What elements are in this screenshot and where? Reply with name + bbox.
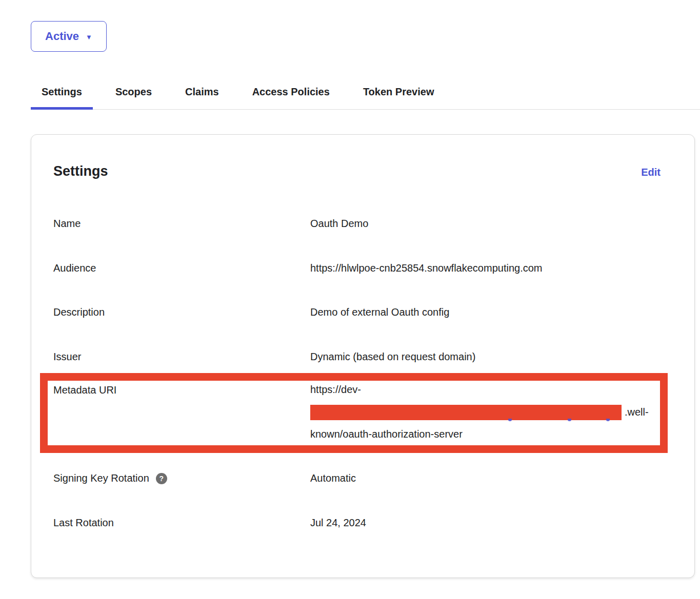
row-issuer: Issuer Dynamic (based on request domain) bbox=[53, 351, 672, 363]
edit-button[interactable]: Edit bbox=[641, 167, 661, 178]
field-value-name: Oauth Demo bbox=[310, 218, 368, 230]
field-label-last-rotation: Last Rotation bbox=[53, 517, 310, 529]
field-label-signing-key-rotation: Signing Key Rotation ? bbox=[53, 472, 310, 484]
field-value-last-rotation: Jul 24, 2024 bbox=[310, 517, 366, 529]
field-value-description: Demo of external Oauth config bbox=[310, 306, 449, 318]
status-label: Active bbox=[45, 30, 79, 43]
field-label-issuer: Issuer bbox=[53, 351, 310, 363]
field-label-audience: Audience bbox=[53, 262, 310, 274]
field-value-issuer: Dynamic (based on request domain) bbox=[310, 351, 475, 363]
caret-down-icon: ▼ bbox=[86, 34, 92, 40]
row-description: Description Demo of external Oauth confi… bbox=[53, 306, 672, 318]
settings-card: Settings Edit Name Oauth Demo Audience h… bbox=[31, 134, 695, 578]
redacted-text-descender bbox=[606, 419, 610, 421]
redacted-text-descender bbox=[568, 419, 571, 421]
tab-access-policies[interactable]: Access Policies bbox=[242, 81, 341, 109]
redacted-text-descender bbox=[508, 419, 512, 421]
tabbar: Settings Scopes Claims Access Policies T… bbox=[31, 81, 700, 110]
metadata-uri-line1: https://dev- bbox=[310, 379, 649, 401]
field-value-signing-key-rotation: Automatic bbox=[310, 472, 356, 484]
row-audience: Audience https://hlwlpoe-cnb25854.snowfl… bbox=[53, 262, 672, 274]
metadata-uri-line3: known/oauth-authorization-server bbox=[310, 423, 649, 446]
help-icon[interactable]: ? bbox=[156, 473, 167, 484]
redaction-bar bbox=[310, 405, 622, 420]
tab-token-preview[interactable]: Token Preview bbox=[352, 81, 445, 109]
row-name: Name Oauth Demo bbox=[53, 218, 672, 230]
status-dropdown-button[interactable]: Active ▼ bbox=[31, 21, 107, 52]
row-metadata-uri: Metadata URI https://dev- .well- known/o… bbox=[53, 379, 672, 446]
card-title: Settings bbox=[53, 163, 108, 179]
field-label-metadata-uri: Metadata URI bbox=[53, 379, 310, 396]
field-label-description: Description bbox=[53, 306, 310, 318]
tab-settings[interactable]: Settings bbox=[31, 81, 93, 109]
metadata-uri-line2: .well- bbox=[310, 401, 649, 424]
signing-key-rotation-label-text: Signing Key Rotation bbox=[53, 472, 149, 484]
metadata-uri-link[interactable]: https://dev- .well- known/oauth-authoriz… bbox=[310, 379, 649, 446]
metadata-uri-line2-suffix: .well- bbox=[625, 406, 649, 418]
field-label-name: Name bbox=[53, 218, 310, 230]
row-last-rotation: Last Rotation Jul 24, 2024 bbox=[53, 517, 672, 529]
row-signing-key-rotation: Signing Key Rotation ? Automatic bbox=[53, 472, 672, 484]
field-value-audience: https://hlwlpoe-cnb25854.snowflakecomput… bbox=[310, 262, 542, 274]
tab-claims[interactable]: Claims bbox=[174, 81, 230, 109]
page: Active ▼ Settings Scopes Claims Access P… bbox=[0, 0, 700, 599]
tab-scopes[interactable]: Scopes bbox=[105, 81, 163, 109]
